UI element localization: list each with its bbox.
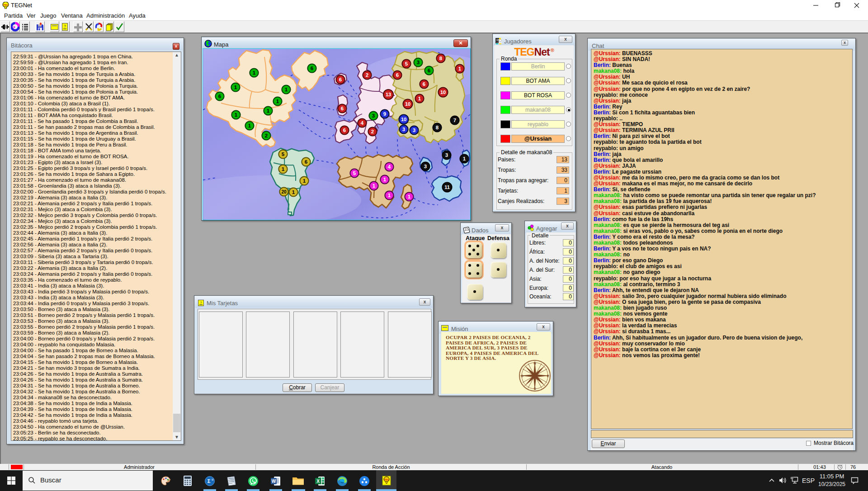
svg-text:1: 1 xyxy=(383,177,387,182)
svg-text:?: ? xyxy=(200,301,202,305)
svg-text:6: 6 xyxy=(423,81,425,87)
svg-text:1: 1 xyxy=(418,96,421,101)
svg-text:O: O xyxy=(521,374,524,378)
svg-text:2: 2 xyxy=(366,72,368,78)
svg-text:6: 6 xyxy=(339,77,342,82)
svg-text:1: 1 xyxy=(235,112,238,118)
svg-text:20: 20 xyxy=(281,189,287,194)
svg-text:1: 1 xyxy=(292,189,295,195)
svg-text:W: W xyxy=(272,479,276,484)
svg-text:1: 1 xyxy=(276,99,279,104)
svg-text:1: 1 xyxy=(463,156,466,161)
svg-text:1: 1 xyxy=(248,123,251,128)
svg-text:7: 7 xyxy=(453,118,456,123)
svg-text:1: 1 xyxy=(267,108,270,113)
svg-text:1: 1 xyxy=(234,85,237,90)
svg-text:3: 3 xyxy=(402,127,405,132)
svg-text:9: 9 xyxy=(383,111,386,117)
svg-text:1: 1 xyxy=(285,87,288,92)
svg-text:1: 1 xyxy=(253,70,256,76)
svg-text:2: 2 xyxy=(371,129,374,134)
svg-text:4: 4 xyxy=(388,164,391,170)
svg-text:1: 1 xyxy=(458,66,462,71)
svg-text:8: 8 xyxy=(436,125,439,130)
svg-text:5: 5 xyxy=(353,170,356,176)
svg-text:10: 10 xyxy=(401,117,406,122)
svg-text:TEG: TEG xyxy=(384,478,389,481)
svg-text:6: 6 xyxy=(341,106,344,111)
svg-text:E: E xyxy=(547,374,549,378)
svg-text:6: 6 xyxy=(428,68,430,73)
svg-text:S: S xyxy=(534,387,536,390)
svg-text:3: 3 xyxy=(424,164,427,169)
svg-text:6: 6 xyxy=(218,94,221,99)
svg-text:TEG: TEG xyxy=(3,4,8,6)
svg-text:5: 5 xyxy=(282,151,285,157)
svg-text:1: 1 xyxy=(388,193,391,198)
svg-text:3: 3 xyxy=(413,127,415,133)
svg-text:1: 1 xyxy=(373,183,376,189)
svg-text:11: 11 xyxy=(444,184,450,190)
svg-text:6: 6 xyxy=(311,66,313,71)
svg-text:8: 8 xyxy=(439,56,443,61)
svg-text:10: 10 xyxy=(440,90,446,95)
svg-text:4: 4 xyxy=(361,120,364,126)
svg-text:Σ: Σ xyxy=(208,478,211,484)
svg-text:3: 3 xyxy=(445,152,448,158)
svg-text:1: 1 xyxy=(303,178,306,184)
svg-text:2: 2 xyxy=(265,133,268,138)
svg-text:N: N xyxy=(533,362,536,365)
svg-text:13: 13 xyxy=(386,92,391,97)
svg-text:3: 3 xyxy=(372,113,375,118)
svg-text:1: 1 xyxy=(408,194,411,199)
svg-text:6: 6 xyxy=(343,127,346,133)
svg-text:6: 6 xyxy=(305,159,307,165)
svg-text:3: 3 xyxy=(417,60,420,65)
svg-text:10: 10 xyxy=(405,101,410,107)
svg-text:α: α xyxy=(212,478,213,481)
svg-text:1: 1 xyxy=(282,166,285,172)
svg-text:5: 5 xyxy=(405,61,408,66)
svg-text:6: 6 xyxy=(396,72,399,78)
svg-text:X: X xyxy=(316,479,320,484)
svg-text:?: ? xyxy=(64,24,66,28)
